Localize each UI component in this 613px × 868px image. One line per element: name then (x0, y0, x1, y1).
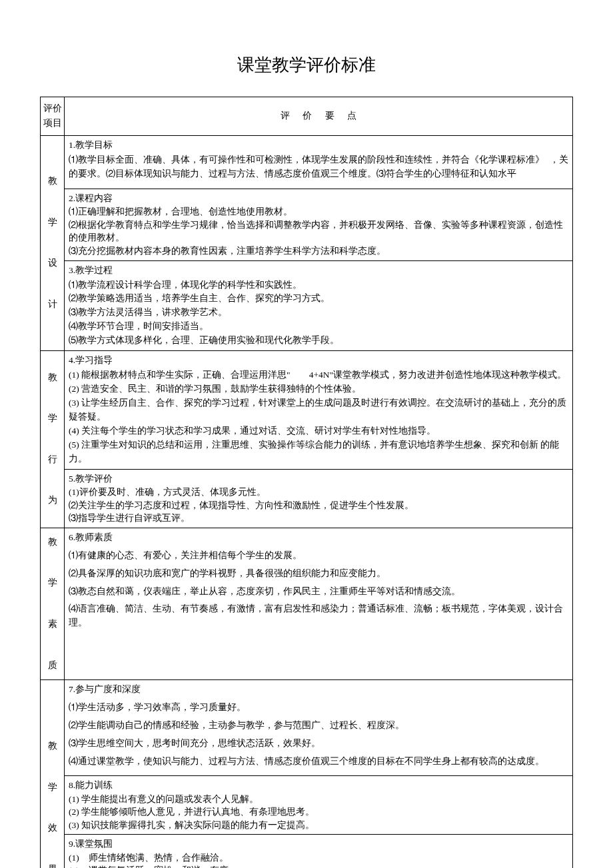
section-3: 3.教学过程 ⑴教学流程设计科学合理，体现化学的科学性和实践性。 ⑵教学策略选用… (65, 260, 573, 351)
section-title: 5.教学评价 (69, 472, 568, 486)
header-col1: 评价 项目 (41, 97, 65, 136)
section-8: 8.能力训练 (1) 学生能提出有意义的问题或发表个人见解。 (2) 学生能够倾… (65, 775, 573, 834)
section-7: 7.参与广度和深度 ⑴学生活动多，学习效率高，学习质量好。 ⑵学生能调动自己的情… (65, 680, 573, 776)
item: ，关 ⑴教学目标全面、准确、具体，有可操作性和可检测性，体现学生发展的阶段性和连… (69, 153, 568, 181)
item: (3) 知识技能掌握得扎实，解决实际问题的能力有一定提高。 (69, 819, 568, 832)
category-teaching-behavior: 教 学 行 为 (41, 351, 65, 528)
item: (3) 让学生经历自主、合作、探究的学习过程，针对课堂上的生成问题及时进行有效调… (69, 396, 568, 424)
table-row: 8.能力训练 (1) 学生能提出有意义的问题或发表个人见解。 (2) 学生能够倾… (41, 775, 573, 834)
item: ⑶教态自然和蔼，仪表端庄，举止从容，态度亲切，作风民主，注重师生平等对话和情感交… (69, 585, 568, 599)
table-row: 教 学 效 果 7.参与广度和深度 ⑴学生活动多，学习效率高，学习质量好。 ⑵学… (41, 680, 573, 776)
section-2: 2.课程内容 ⑴正确理解和把握教材，合理地、创造性地使用教材。 ⑵根据化学教育特… (65, 189, 573, 260)
section-title: 1.教学目标 (69, 139, 568, 153)
category-teaching-quality: 教 学 素 质 (41, 528, 65, 680)
item: ⑶指导学生进行自评或互评。 (69, 512, 568, 525)
table-row: 3.教学过程 ⑴教学流程设计科学合理，体现化学的科学性和实践性。 ⑵教学策略选用… (41, 260, 573, 351)
item: (2) 课堂气氛活跃、宽松、和谐、有序。 (69, 864, 568, 868)
item: (1) 师生情绪饱满、热情，合作融洽。 (69, 851, 568, 865)
section-5: 5.教学评价 (1)评价要及时、准确，方式灵活、体现多元性。 ⑵关注学生的学习态… (65, 469, 573, 528)
item: ⑶充分挖掘教材内容本身的教育性因素，注重培养学生科学方法和科学态度。 (69, 244, 568, 258)
trailing-text: ，关 (547, 153, 568, 167)
category-teaching-design: 教 学 设 计 (41, 135, 65, 350)
item: ⑷教学环节合理，时间安排适当。 (69, 320, 568, 334)
item: (4) 关注每个学生的学习状态和学习成果，通过对话、交流、研讨对学生有针对性地指… (69, 424, 568, 438)
item: ⑵关注学生的学习态度和过程，体现指导性、方向性和激励性，促进学生个性发展。 (69, 499, 568, 512)
table-row: 教 学 行 为 4.学习指导 (1) 能根据教材特点和学生实际，正确、合理运用洋… (41, 351, 573, 469)
section-title: 9.课堂氛围 (69, 837, 568, 851)
item: ⑵具备深厚的知识功底和宽广的学科视野，具备很强的组织能力和应变能力。 (69, 567, 568, 581)
table-row: 2.课程内容 ⑴正确理解和把握教材，合理地、创造性地使用教材。 ⑵根据化学教育特… (41, 189, 573, 260)
item: ⑴有健康的心态、有爱心，关注并相信每个学生的发展。 (69, 549, 568, 563)
item: (2) 学生能够倾听他人意见，并进行认真地、有条理地思考。 (69, 805, 568, 819)
item: (1)评价要及时、准确，方式灵活、体现多元性。 (69, 486, 568, 499)
section-title: 8.能力训练 (69, 779, 568, 792)
table-row: 教 学 素 质 6.教师素质 ⑴有健康的心态、有爱心，关注并相信每个学生的发展。… (41, 528, 573, 680)
item: ⑷通过课堂教学，使知识与能力、过程与方法、情感态度价值观三个维度的目标在不同学生… (69, 755, 568, 769)
header-col2: 评价要点 (65, 97, 573, 136)
section-6: 6.教师素质 ⑴有健康的心态、有爱心，关注并相信每个学生的发展。 ⑵具备深厚的知… (65, 528, 573, 680)
item: (1) 能根据教材特点和学生实际，正确、合理运用洋思" 4+4N"课堂教学模式，… (69, 368, 568, 382)
item: ⑶学生思维空间大，思考时间充分，思维状态活跃，效果好。 (69, 737, 568, 751)
table-row: 5.教学评价 (1)评价要及时、准确，方式灵活、体现多元性。 ⑵关注学生的学习态… (41, 469, 573, 528)
item: (1) 学生能提出有意义的问题或发表个人见解。 (69, 793, 568, 806)
section-4: 4.学习指导 (1) 能根据教材特点和学生实际，正确、合理运用洋思" 4+4N"… (65, 351, 573, 469)
item: ⑴正确理解和把握教材，合理地、创造性地使用教材。 (69, 205, 568, 218)
rubric-table: 评价 项目 评价要点 教 学 设 计 1.教学目标 ，关 ⑴教学目标全面、准确、… (40, 97, 573, 868)
table-header-row: 评价 项目 评价要点 (41, 97, 573, 136)
item: ⑸教学方式体现多样化，合理、正确使用实验和现代化教学手段。 (69, 334, 568, 348)
section-title: 3.教学过程 (69, 264, 568, 278)
item: (5) 注重学生对知识的总结和运用，注重思维、实验操作等综合能力的训练，并有意识… (69, 438, 568, 466)
section-9: 9.课堂氛围 (1) 师生情绪饱满、热情，合作融洽。 (2) 课堂气氛活跃、宽松… (65, 835, 573, 868)
item: ⑷语言准确、简洁、生动、有节奏感，有激情，富有启发性和感染力；普通话标准、流畅；… (69, 602, 568, 630)
section-title: 4.学习指导 (69, 354, 568, 368)
item: ⑵学生能调动自己的情感和经验，主动参与教学，参与范围广、过程长、程度深。 (69, 719, 568, 733)
page-title: 课堂教学评价标准 (40, 53, 573, 77)
item: ⑴教学流程设计科学合理，体现化学的科学性和实践性。 (69, 278, 568, 292)
section-title: 6.教师素质 (69, 531, 568, 545)
item: ⑶教学方法灵活得当，讲求教学艺术。 (69, 306, 568, 320)
category-teaching-effect: 教 学 效 果 (41, 680, 65, 868)
table-row: 9.课堂氛围 (1) 师生情绪饱满、热情，合作融洽。 (2) 课堂气氛活跃、宽松… (41, 835, 573, 868)
section-1: 1.教学目标 ，关 ⑴教学目标全面、准确、具体，有可操作性和可检测性，体现学生发… (65, 135, 573, 189)
table-row: 教 学 设 计 1.教学目标 ，关 ⑴教学目标全面、准确、具体，有可操作性和可检… (41, 135, 573, 189)
section-title: 2.课程内容 (69, 192, 568, 205)
section-title: 7.参与广度和深度 (69, 683, 568, 697)
item: (2) 营造安全、民主、和谐的学习氛围，鼓励学生获得独特的个性体验。 (69, 382, 568, 396)
item: ⑴学生活动多，学习效率高，学习质量好。 (69, 701, 568, 715)
item: ⑵教学策略选用适当，培养学生自主、合作、探究的学习方式。 (69, 292, 568, 306)
item: ⑵根据化学教育特点和学生学习规律，恰当选择和调整教学内容，并积极开发网络、音像、… (69, 218, 568, 244)
